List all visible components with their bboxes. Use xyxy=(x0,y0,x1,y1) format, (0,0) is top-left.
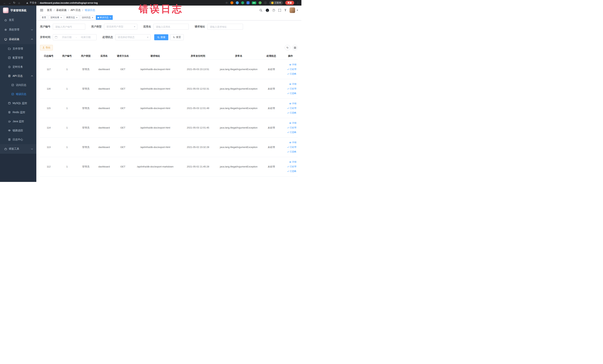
user-avatar[interactable] xyxy=(290,7,295,13)
refresh-button[interactable]: ↻ xyxy=(285,45,290,50)
breadcrumb-item[interactable]: 基础设施 xyxy=(56,9,67,12)
sidebar-item-redis[interactable]: Redis 监控 xyxy=(0,108,36,117)
sidebar-item-label: 研发工具 xyxy=(9,147,19,151)
back-icon[interactable]: ← xyxy=(2,1,7,4)
github-icon[interactable] xyxy=(266,9,269,12)
help-icon[interactable]: ? xyxy=(272,9,275,12)
process-status-select[interactable]: 请选择处理状态 xyxy=(115,34,151,40)
sidebar-item-job[interactable]: 定时任务 xyxy=(0,62,36,71)
breadcrumb-item[interactable]: 首页 xyxy=(47,9,52,12)
sidebar-item-infra[interactable]: 基础设施 xyxy=(0,35,36,44)
processed-link[interactable]: 已处理 xyxy=(287,68,296,71)
tags-bar: 首页定时任务×调度日志×访问日志×错误日志× xyxy=(36,15,302,20)
doc-icon xyxy=(11,84,14,86)
forward-icon[interactable]: → xyxy=(7,1,12,4)
cell-user-id: 1 xyxy=(57,59,77,79)
sidebar-item-java[interactable]: Java 监控 xyxy=(0,117,36,126)
detail-link[interactable]: 详细 xyxy=(289,121,296,125)
sidebar-item-tracer[interactable]: 链路追踪 xyxy=(0,126,36,135)
extension-on-badge[interactable]: on xyxy=(252,1,256,4)
reload-icon[interactable]: ↻ xyxy=(12,1,17,4)
sidebar-item-access-log[interactable]: 访问日志 xyxy=(0,81,36,90)
detail-link[interactable]: 详细 xyxy=(289,160,296,164)
emoji-icon xyxy=(271,2,274,4)
close-icon[interactable]: × xyxy=(60,16,62,19)
breadcrumb-item[interactable]: API 日志 xyxy=(71,9,81,12)
detail-link[interactable]: 详细 xyxy=(289,141,296,144)
sidebar-item-file[interactable]: 文件管理 xyxy=(0,44,36,53)
sidebar-item-mysql[interactable]: MySQL 监控 xyxy=(0,99,36,108)
search-icon[interactable] xyxy=(259,9,263,12)
sidebar-item-api-log[interactable]: API 日志 xyxy=(0,71,36,81)
column-settings-button[interactable] xyxy=(292,45,298,50)
sidebar-item-dev-tools[interactable]: 研发工具 xyxy=(0,144,36,154)
folder-icon xyxy=(8,47,11,50)
browser-home-icon[interactable]: ⌂ xyxy=(17,1,22,4)
sidebar: 芋道管理系统 首页系统管理基础设施文件管理配置管理定时任务API 日志访问日志错… xyxy=(0,6,36,182)
database-icon xyxy=(8,102,11,105)
processed-link[interactable]: 已处理 xyxy=(287,165,296,168)
hamburger-icon[interactable] xyxy=(40,8,44,12)
sidebar-item-config[interactable]: 配置管理 xyxy=(0,53,36,62)
extension-icon[interactable] xyxy=(241,1,244,4)
user-type-select[interactable]: 请选择用户类型 xyxy=(104,24,137,30)
tab-home[interactable]: 首页 xyxy=(40,15,48,20)
cell-app-name: dashboard xyxy=(95,59,113,79)
detail-link[interactable]: 详细 xyxy=(289,82,296,86)
browser-menu-icon[interactable]: ⋮ xyxy=(297,1,299,4)
bookmark-star-icon[interactable]: ☆ xyxy=(225,1,228,4)
processed-link[interactable]: 已处理 xyxy=(287,107,296,110)
processed-link[interactable]: 已处理 xyxy=(287,146,296,149)
ignored-link[interactable]: 已忽略 xyxy=(287,72,296,75)
processed-link[interactable]: 已处理 xyxy=(287,87,296,90)
exception-time-range[interactable]: 开始日期 - 结束日期 xyxy=(53,34,97,40)
request-url-input[interactable] xyxy=(208,24,243,30)
font-size-icon[interactable]: T xyxy=(284,9,286,12)
tab-error-log[interactable]: 错误日志× xyxy=(96,15,113,20)
update-button[interactable]: 更新 xyxy=(285,1,294,5)
tab-access-log[interactable]: 访问日志× xyxy=(80,15,95,20)
ignored-link[interactable]: 已忽略 xyxy=(287,131,296,134)
detail-link[interactable]: 详细 xyxy=(289,63,296,66)
extension-icon[interactable] xyxy=(264,1,267,4)
tab-job-log[interactable]: 调度日志× xyxy=(65,15,79,20)
close-icon[interactable]: × xyxy=(76,16,78,19)
processed-link[interactable]: 已处理 xyxy=(287,126,296,129)
ignored-link[interactable]: 已忽略 xyxy=(287,150,296,153)
sidebar-item-log-center[interactable]: 日志中心 xyxy=(0,135,36,144)
sidebar-item-error-log[interactable]: 错误日志 xyxy=(0,90,36,99)
cell-status: 未处理 xyxy=(259,157,283,176)
detail-link[interactable]: 详细 xyxy=(289,102,296,105)
extension-icon[interactable] xyxy=(259,1,262,4)
export-button[interactable]: 导出 xyxy=(40,45,53,50)
extension-icon[interactable] xyxy=(236,1,239,4)
app-name-input[interactable] xyxy=(153,24,189,30)
sidebar-item-system[interactable]: 系统管理 xyxy=(0,25,36,35)
error-log-table-wrap: 日志编号用户编号用户类型应用名请求方法名请求地址异常发生时间异常名处理状态操作 … xyxy=(40,53,298,176)
tab-label: 首页 xyxy=(42,16,46,19)
cell-status: 未处理 xyxy=(259,118,283,137)
breadcrumb: 首页/基础设施/API 日志/错误日志 xyxy=(47,9,95,12)
ignored-link[interactable]: 已忽略 xyxy=(287,111,296,114)
app-logo[interactable]: 芋道管理系统 xyxy=(0,6,36,15)
sidebar-item-home[interactable]: 首页 xyxy=(0,15,36,25)
ignored-link[interactable]: 已忽略 xyxy=(287,170,296,173)
check-icon xyxy=(287,68,289,70)
extension-icon[interactable] xyxy=(231,1,233,4)
table-header-row: 日志编号用户编号用户类型应用名请求方法名请求地址异常发生时间异常名处理状态操作 xyxy=(40,53,298,59)
fullscreen-icon[interactable] xyxy=(278,9,281,12)
address-bar[interactable]: 不安全 dashboard.yudao.iocoder.cn/infra/log… xyxy=(26,1,225,4)
ignored-link[interactable]: 已忽略 xyxy=(287,92,296,95)
tab-job[interactable]: 定时任务× xyxy=(49,15,64,20)
search-button[interactable]: 搜索 xyxy=(154,34,168,40)
paused-badge[interactable]: 已暂停 xyxy=(269,1,283,5)
reset-button[interactable]: ↻ 重置 xyxy=(170,34,184,40)
user-id-input[interactable] xyxy=(53,24,85,30)
extension-icon[interactable] xyxy=(246,1,250,4)
avatar-dropdown-icon[interactable] xyxy=(297,10,298,11)
cell-user-id: 1 xyxy=(57,79,77,98)
cell-user-id: 1 xyxy=(57,137,77,157)
chevron-down-icon xyxy=(31,148,33,150)
close-icon[interactable]: × xyxy=(110,16,111,19)
close-icon[interactable]: × xyxy=(92,16,93,19)
